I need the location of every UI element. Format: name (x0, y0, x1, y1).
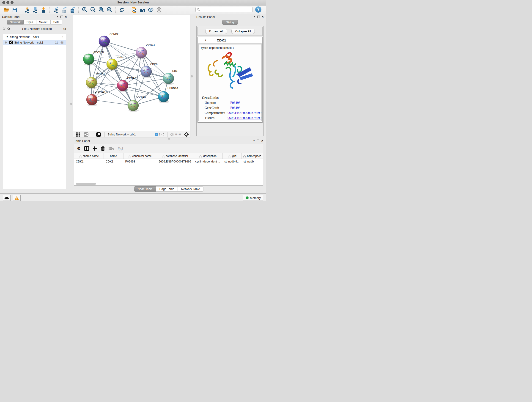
help-button[interactable]: ? (255, 6, 261, 13)
export-table-button[interactable] (61, 6, 68, 13)
grid-view-button[interactable] (75, 131, 81, 138)
network-edge[interactable] (112, 64, 168, 78)
tab-edge-table[interactable]: Edge Table (156, 186, 178, 191)
crosslink-link[interactable]: 9606.ENSP00000378699 (228, 111, 261, 115)
horizontal-scrollbar[interactable] (76, 183, 96, 185)
close-panel-icon[interactable]: × (65, 16, 67, 18)
network-node-cdkn1a[interactable] (158, 91, 169, 103)
gene-description: cyclin-dependent kinase 1 (201, 46, 261, 50)
selected-counter: 1 - 0 (159, 133, 164, 136)
show-graphics-button[interactable] (156, 6, 162, 13)
panel-menu-icon[interactable]: ▼ (253, 140, 255, 142)
network-edge[interactable] (104, 41, 141, 52)
table-panel-title: Table Panel (74, 139, 90, 143)
section-disclosure-icon[interactable]: ▼ (205, 39, 207, 41)
panel-menu-icon[interactable]: ▼ (253, 16, 255, 18)
network-canvas[interactable]: CCNB2CCNA1CDC25BCDK1CDC6RB1CCNB1CCNA2CDK… (73, 15, 190, 131)
network-node-ccna2[interactable] (117, 80, 128, 92)
column-header-name[interactable]: name (104, 153, 123, 159)
network-node-ccne1[interactable] (128, 100, 139, 112)
save-session-button[interactable] (11, 6, 18, 13)
float-panel-icon[interactable] (257, 140, 259, 142)
crosslink-link[interactable]: P06493 (230, 106, 240, 109)
column-header-shared-name[interactable]: shared name (74, 153, 104, 159)
zoom-in-button[interactable] (81, 6, 88, 13)
crosslink-label: GeneCard: (205, 106, 230, 110)
import-network-from-file-button[interactable] (24, 6, 31, 13)
crosslink-link[interactable]: 9606.ENSP00000378699 (228, 116, 261, 120)
function-builder-icon[interactable]: f(x) (118, 147, 123, 151)
tab-select[interactable]: Select (36, 20, 51, 25)
import-network-from-database-button[interactable] (32, 6, 39, 13)
zoom-fit-button[interactable] (98, 6, 105, 13)
network-node-hist1h1a[interactable] (86, 94, 97, 106)
tab-network[interactable]: Network (7, 20, 24, 25)
search-input[interactable] (200, 8, 253, 12)
collapse-all-button[interactable]: Collapse All (231, 29, 255, 34)
network-edge[interactable] (104, 41, 133, 105)
column-header-namespace[interactable]: namespace (242, 153, 263, 159)
network-node-ccna1[interactable] (136, 47, 147, 59)
network-share-view-button[interactable] (83, 131, 89, 138)
network-collection-row[interactable]: ▼ String Network – cdk1 1 (3, 34, 66, 40)
expand-all-icon[interactable] (7, 27, 10, 31)
column-header-canonical-name[interactable]: canonical name (123, 153, 157, 159)
network-node-cdc25b[interactable] (83, 54, 94, 65)
collapse-all-icon[interactable] (2, 27, 6, 31)
network-edge[interactable] (92, 100, 133, 105)
float-panel-icon[interactable] (257, 16, 260, 18)
network-node-rb1[interactable] (163, 73, 174, 85)
tab-string[interactable]: String (222, 20, 238, 25)
column-header-description[interactable]: description (193, 153, 222, 159)
zoom-out-button[interactable] (89, 6, 96, 13)
selected-checkbox-icon[interactable]: ✓ (155, 133, 158, 136)
close-panel-icon[interactable]: × (261, 140, 263, 142)
tab-style[interactable]: Style (24, 20, 36, 25)
float-panel-icon[interactable] (60, 16, 63, 18)
close-panel-icon[interactable]: × (262, 16, 264, 18)
network-node-cdk1[interactable] (107, 59, 118, 70)
table-row[interactable]: CDK1CDK1P064939606.ENSP00000378699cyclin… (74, 159, 263, 164)
expand-all-button[interactable]: Expand All (205, 29, 227, 34)
add-column-icon[interactable] (93, 146, 97, 151)
export-image-button[interactable] (69, 6, 76, 13)
detach-view-button[interactable] (95, 131, 102, 138)
right-splitter-handle[interactable] (191, 75, 193, 77)
import-table-from-file-button[interactable] (40, 6, 47, 13)
zoom-selected-button[interactable] (106, 6, 113, 13)
fit-selected-button[interactable] (183, 131, 190, 138)
gear-icon[interactable]: ⚙ (63, 27, 66, 31)
crosslink-link[interactable]: P06493 (230, 121, 240, 121)
delete-column-icon[interactable] (101, 146, 105, 151)
column-header--id[interactable]: @id (223, 153, 242, 159)
memory-button[interactable]: Memory (243, 195, 263, 201)
network-edge[interactable] (123, 85, 164, 97)
network-node-cdc6[interactable] (141, 66, 152, 78)
export-network-button[interactable] (52, 6, 59, 13)
warnings-button[interactable] (13, 195, 21, 201)
network-node-ccnb1[interactable] (86, 77, 97, 89)
network-node-ccnb2[interactable] (99, 36, 110, 48)
hide-graphics-button[interactable] (147, 6, 154, 13)
apply-layout-button[interactable] (119, 6, 125, 13)
grid-icon (76, 133, 80, 137)
tab-network-table[interactable]: Network Table (178, 186, 203, 191)
select-columns-icon[interactable] (84, 146, 89, 151)
tab-sets[interactable]: Sets (51, 20, 62, 25)
string-home-button[interactable] (139, 6, 146, 13)
network-row[interactable]: String Network – cdk1 11 48 (3, 40, 66, 45)
column-header-database-identifier[interactable]: database identifier (157, 153, 194, 159)
search-field[interactable] (196, 7, 253, 12)
node-label-ccnb2: CCNB2 (109, 33, 119, 36)
table-settings-gear-icon[interactable]: ⚙ (77, 146, 81, 151)
open-session-button[interactable] (3, 6, 10, 13)
protein-structure-image (204, 51, 256, 95)
panel-menu-icon[interactable]: ▼ (57, 16, 59, 18)
cloud-status-button[interactable] (3, 195, 11, 201)
disclosure-triangle-icon[interactable]: ▼ (6, 36, 8, 38)
delete-table-icon[interactable] (109, 147, 114, 151)
crosslink-link[interactable]: P06493 (230, 101, 240, 104)
tab-node-table[interactable]: Node Table (134, 186, 156, 191)
left-splitter-handle[interactable] (70, 103, 72, 105)
clone-network-button[interactable] (131, 6, 138, 13)
